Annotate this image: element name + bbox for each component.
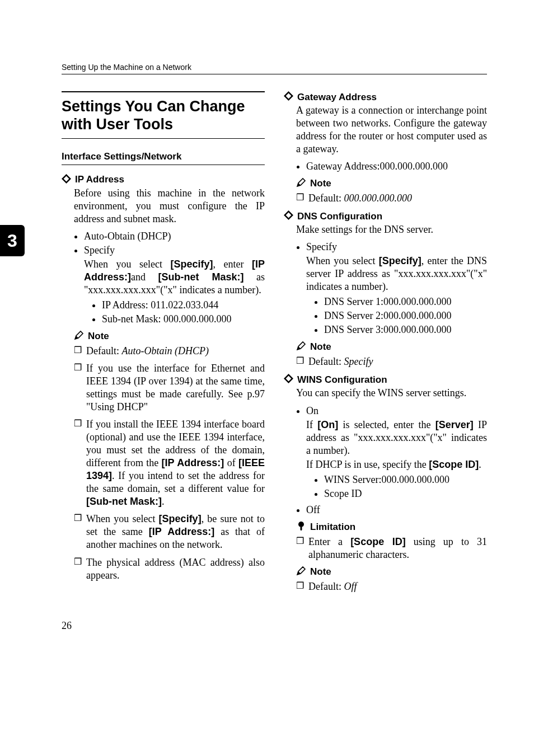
ip-b2-label: Specify: [84, 245, 115, 256]
subsection-interface: Interface Settings/Network: [62, 151, 265, 165]
ip-nb2: If you use the interface for Ethernet an…: [74, 362, 265, 414]
dns-s2: DNS Server 2:000.000.000.000: [324, 309, 487, 322]
ip-nb4: When you select [Specify], be sure not t…: [74, 513, 265, 551]
diamond-icon: [284, 91, 293, 103]
t: Specify: [344, 356, 373, 367]
note-label: Note: [310, 566, 331, 577]
t: When you select: [86, 513, 159, 524]
dns-head: DNS Configuration: [297, 211, 382, 222]
dns-nb1: Default: Specify: [296, 355, 487, 368]
ip-s1: IP Address: 011.022.033.044: [102, 299, 265, 312]
t: Auto-Obtain (DHCP): [121, 345, 208, 356]
ip-b2: Specify When you select [Specify], enter…: [84, 244, 265, 326]
t: [Scope ID]: [350, 536, 406, 547]
gw-head: Gateway Address: [297, 92, 377, 103]
t: [Specify]: [379, 255, 421, 266]
note-label: Note: [310, 178, 331, 189]
pencil-icon: [74, 330, 84, 342]
ip-nb3: If you install the IEEE 1394 interface b…: [74, 418, 265, 508]
note-label: Note: [88, 331, 109, 342]
pencil-icon: [296, 566, 306, 578]
t: . If you intend to set the address for t…: [86, 470, 265, 494]
ip-s2: Sub-net Mask: 000.000.000.000: [102, 313, 265, 326]
gw-b1: Gateway Address:000.000.000.000: [306, 160, 487, 173]
left-column: Settings You Can Change with User Tools …: [62, 91, 265, 598]
diamond-icon: [62, 174, 71, 186]
dns-s3: DNS Server 3:000.000.000.000: [324, 323, 487, 336]
ip-nb1: Default: Auto-Obtain (DHCP): [74, 345, 265, 358]
dns-b1-label: Specify: [306, 241, 337, 252]
t: If: [306, 419, 317, 430]
t: [Scope ID]: [429, 459, 479, 470]
t: Default:: [308, 581, 344, 592]
t: [Sub-net Mask:]: [86, 496, 162, 507]
wins-lb1: Enter a [Scope ID] using up to 31 alphan…: [296, 536, 487, 561]
t: of: [224, 457, 238, 468]
gw-nb1: Default: 000.000.000.000: [296, 192, 487, 205]
t: [On]: [317, 419, 338, 430]
t: Default:: [308, 356, 344, 367]
wins-s2: Scope ID: [324, 487, 487, 500]
chapter-tab: 3: [0, 225, 25, 256]
pencil-icon: [296, 177, 306, 190]
t: [Sub-net Mask:]: [158, 271, 244, 283]
ip-head: IP Address: [75, 174, 124, 185]
dns-b1: Specify When you select [Specify], enter…: [306, 241, 487, 336]
ip-b1: Auto-Obtain (DHCP): [84, 230, 265, 243]
diamond-icon: [284, 210, 293, 222]
gw-intro: A gateway is a connection or interchange…: [296, 104, 487, 156]
t: [IP Address:]: [149, 526, 214, 537]
running-head: Setting Up the Machine on a Network: [62, 63, 487, 74]
svg-point-8: [298, 522, 304, 527]
t: and: [131, 271, 158, 283]
wins-s1: WINS Server:000.000.000.000: [324, 473, 487, 486]
t: , enter: [213, 259, 252, 270]
t: Default:: [308, 192, 344, 204]
ip-intro: Before using this machine in the network…: [74, 187, 265, 226]
t: [IP Address:]: [162, 457, 224, 468]
svg-rect-9: [301, 527, 302, 530]
diamond-icon: [284, 374, 293, 386]
t: [Specify]: [159, 513, 202, 524]
limitation-icon: [296, 521, 306, 533]
t: .: [479, 459, 481, 470]
wins-head: WINS Configuration: [297, 374, 387, 386]
section-title: Settings You Can Change with User Tools: [62, 91, 265, 139]
pencil-icon: [296, 341, 306, 353]
t: When you select: [306, 255, 379, 266]
wins-b1: On If [On] is selected, enter the [Serve…: [306, 405, 487, 500]
t: Default:: [86, 345, 121, 356]
ip-nb5: The physical address (MAC address) also …: [74, 556, 265, 582]
t: 000.000.000.000: [344, 192, 412, 204]
note-label: Note: [310, 341, 331, 353]
t: If DHCP is in use, specify the: [306, 459, 429, 470]
t: When you select: [84, 259, 170, 270]
t: [Server]: [435, 419, 474, 430]
t: Enter a: [308, 536, 350, 547]
t: [Specify]: [170, 259, 213, 270]
wins-b2: Off: [306, 504, 487, 516]
wins-intro: You can specify the WINS server settings…: [296, 387, 487, 400]
wins-b1-label: On: [306, 405, 318, 416]
wins-nb1: Default: Off: [296, 580, 487, 593]
dns-intro: Make settings for the DNS server.: [296, 223, 487, 236]
limitation-label: Limitation: [310, 522, 355, 533]
t: .: [162, 496, 165, 507]
t: Off: [344, 581, 357, 592]
dns-s1: DNS Server 1:000.000.000.000: [324, 295, 487, 308]
t: is selected, enter the: [338, 419, 435, 430]
right-column: Gateway Address A gateway is a connectio…: [284, 91, 487, 598]
page-number: 26: [62, 620, 487, 632]
